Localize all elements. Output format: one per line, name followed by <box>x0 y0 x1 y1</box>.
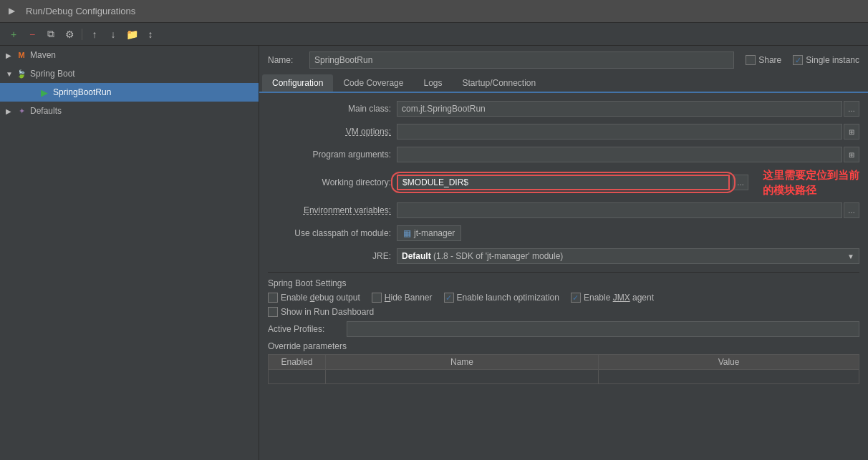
module-icon: ▦ <box>403 228 411 238</box>
move-up-button[interactable]: ↑ <box>87 26 102 42</box>
vm-options-input[interactable] <box>397 124 842 140</box>
col-value: Value <box>599 355 859 370</box>
override-empty-row <box>269 370 859 384</box>
maven-arrow: ▶ <box>6 52 13 59</box>
tab-startup-connection[interactable]: Startup/Connection <box>452 74 546 93</box>
maven-label: Maven <box>30 50 56 60</box>
maven-icon: M <box>16 49 27 61</box>
defaults-arrow: ▶ <box>6 107 13 115</box>
debug-output-checkbox[interactable] <box>268 293 278 303</box>
tree-item-springbootrun[interactable]: ▶ SpringBootRun <box>0 83 259 102</box>
chinese-annotation: 这里需要定位到当前 的模块路径 <box>763 167 859 197</box>
col-name: Name <box>326 355 599 370</box>
module-name: jt-manager <box>414 228 455 238</box>
single-instance-check: ✓ <box>795 56 801 65</box>
working-dir-wrapper <box>397 175 730 190</box>
main-layout: ▶ M Maven ▼ 🍃 Spring Boot ▶ SpringBootRu… <box>0 46 868 460</box>
env-vars-input-wrapper: … <box>397 202 859 218</box>
hide-banner-item: Hide Banner <box>372 293 433 303</box>
defaults-icon: ✦ <box>16 105 27 117</box>
tabs-row: Configuration Code Coverage Logs Startup… <box>259 74 868 93</box>
single-instance-checkbox[interactable]: ✓ <box>793 55 803 65</box>
jre-label: JRE: <box>268 251 397 261</box>
jre-dropdown-text: Default (1.8 - SDK of 'jt-manager' modul… <box>402 251 847 261</box>
springbootrun-icon: ▶ <box>39 87 50 98</box>
env-vars-row: Environment variables: … <box>268 200 859 220</box>
vm-options-input-wrapper: ⊞ <box>397 124 859 140</box>
working-dir-browse-btn[interactable]: … <box>733 175 748 190</box>
move-down-button[interactable]: ↓ <box>105 26 121 42</box>
vm-options-label: VM options: <box>268 127 397 137</box>
env-vars-input[interactable] <box>397 202 842 218</box>
springbootrun-label: SpringBootRun <box>53 87 111 97</box>
name-input[interactable] <box>309 52 734 69</box>
show-dashboard-item: Show in Run Dashboard <box>268 307 374 317</box>
active-profiles-input[interactable] <box>347 321 859 337</box>
sort-button[interactable]: ↕ <box>143 26 158 42</box>
single-instance-label: Single instanc <box>806 55 859 65</box>
add-button[interactable]: + <box>6 26 21 42</box>
col-enabled: Enabled <box>269 355 326 370</box>
right-panel: Name: Share ✓ Single instanc Configurati… <box>259 46 868 460</box>
show-dashboard-checkbox[interactable] <box>268 307 278 317</box>
jre-default-label: Default <box>402 251 431 261</box>
jmx-agent-label: Enable JMX agent <box>584 293 654 303</box>
main-class-input-wrapper: … <box>397 101 859 117</box>
tree-item-spring-boot[interactable]: ▼ 🍃 Spring Boot <box>0 64 259 83</box>
working-dir-input[interactable] <box>397 175 730 190</box>
name-row: Name: Share ✓ Single instanc <box>259 46 868 74</box>
tab-code-coverage[interactable]: Code Coverage <box>333 74 413 93</box>
name-label: Name: <box>268 55 304 65</box>
single-instance-area: ✓ Single instanc <box>793 55 859 65</box>
classpath-row: Use classpath of module: ▦ jt-manager <box>268 223 859 243</box>
defaults-label: Defaults <box>30 106 62 116</box>
title-bar-text: Run/Debug Configurations <box>26 6 135 16</box>
tab-logs[interactable]: Logs <box>413 74 452 93</box>
copy-button[interactable]: ⧉ <box>43 26 59 42</box>
hide-banner-label: Hide Banner <box>385 293 433 303</box>
program-args-input-wrapper: ⊞ <box>397 147 859 162</box>
launch-opt-label: Enable launch optimization <box>457 293 559 303</box>
main-class-input[interactable] <box>397 101 842 117</box>
env-vars-browse-btn[interactable]: … <box>844 202 859 218</box>
form-content: Main class: … VM options: ⊞ Program argu… <box>259 93 868 460</box>
working-dir-row: Working directory: … 这里需要定位到当前 的模块路径 <box>268 167 859 197</box>
program-args-row: Program arguments: ⊞ <box>268 145 859 165</box>
tree-item-maven[interactable]: ▶ M Maven <box>0 46 259 64</box>
launch-opt-checkbox[interactable]: ✓ <box>444 293 454 303</box>
working-dir-label: Working directory: <box>268 177 397 187</box>
classpath-module-btn[interactable]: ▦ jt-manager <box>397 225 461 241</box>
launch-opt-item: ✓ Enable launch optimization <box>444 293 559 303</box>
jre-row: JRE: Default (1.8 - SDK of 'jt-manager' … <box>268 246 859 266</box>
program-args-expand-btn[interactable]: ⊞ <box>844 147 859 162</box>
tab-configuration[interactable]: Configuration <box>262 74 333 93</box>
main-class-browse-btn[interactable]: … <box>844 101 859 117</box>
jmx-agent-check: ✓ <box>572 293 579 303</box>
vm-options-row: VM options: ⊞ <box>268 122 859 142</box>
main-class-row: Main class: … <box>268 99 859 119</box>
override-empty-enabled <box>269 370 326 384</box>
remove-button[interactable]: − <box>24 26 40 42</box>
folder-button[interactable]: 📁 <box>124 26 140 42</box>
jre-detail: (1.8 - SDK of 'jt-manager' module) <box>433 251 563 261</box>
program-args-input[interactable] <box>397 147 842 162</box>
share-checkbox[interactable] <box>746 55 756 65</box>
checkboxes-row-2: Show in Run Dashboard <box>268 307 859 317</box>
jmx-agent-checkbox[interactable]: ✓ <box>571 293 581 303</box>
override-params-section: Override parameters Enabled Name Value <box>268 341 859 384</box>
show-dashboard-label: Show in Run Dashboard <box>281 307 374 317</box>
tree-item-defaults[interactable]: ▶ ✦ Defaults <box>0 102 259 120</box>
debug-output-label: Enable debug output <box>281 293 360 303</box>
left-panel: ▶ M Maven ▼ 🍃 Spring Boot ▶ SpringBootRu… <box>0 46 259 460</box>
override-empty-name <box>326 370 599 384</box>
program-args-label: Program arguments: <box>268 150 397 160</box>
hide-banner-checkbox[interactable] <box>372 293 382 303</box>
jre-dropdown[interactable]: Default (1.8 - SDK of 'jt-manager' modul… <box>397 248 859 264</box>
checkboxes-row-1: Enable debug output Hide Banner ✓ Enable… <box>268 293 859 303</box>
vm-options-expand-btn[interactable]: ⊞ <box>844 124 859 140</box>
settings-button[interactable]: ⚙ <box>62 26 77 42</box>
spring-boot-settings: Spring Boot Settings Enable debug output… <box>268 278 859 317</box>
share-label: Share <box>758 55 781 65</box>
spring-boot-settings-title: Spring Boot Settings <box>268 278 859 288</box>
springbootrun-arrow <box>29 89 36 97</box>
